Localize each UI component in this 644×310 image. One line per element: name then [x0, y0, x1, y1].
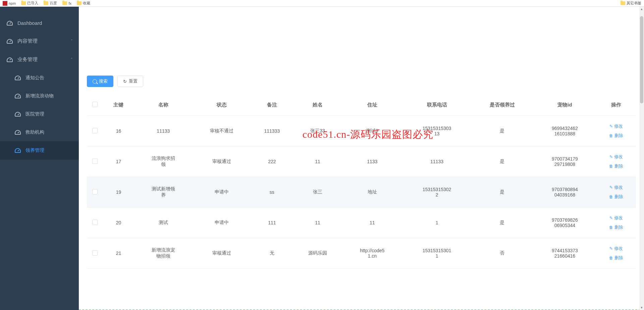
row-checkbox[interactable]	[92, 220, 98, 225]
cell-phone: 15315315301 1	[402, 238, 471, 269]
sidebar-item-1[interactable]: 内容管理˅	[0, 32, 79, 50]
cell-id: 20	[103, 208, 134, 238]
sidebar-item-7[interactable]: 领养管理	[0, 141, 79, 160]
cell-status: 审核通过	[193, 238, 251, 269]
cell-adopted: 是	[471, 146, 533, 177]
table-header: 宠物id	[533, 94, 597, 116]
sidebar-item-label: 医院管理	[25, 111, 44, 117]
folder-icon	[44, 1, 48, 5]
edit-button[interactable]: ✎修改	[609, 215, 623, 221]
sidebar-item-label: 业务管理	[17, 56, 38, 63]
cell-name: 测试新增领 养	[134, 177, 193, 208]
data-table: 主键名称状态备注姓名住址联系电话是否领养过宠物id操作 1611133审核不通过…	[87, 94, 636, 269]
reset-button[interactable]: ↻ 重置	[117, 76, 143, 87]
cell-name: 流浪狗求招 领	[134, 146, 193, 177]
table-header: 住址	[342, 94, 402, 116]
sidebar-item-2[interactable]: 业务管理˄	[0, 50, 79, 69]
cell-status: 审核不通过	[193, 116, 251, 146]
table-header: 主键	[103, 94, 134, 116]
cell-address: 11	[342, 208, 402, 238]
edit-button[interactable]: ✎修改	[609, 123, 623, 129]
row-checkbox[interactable]	[92, 189, 98, 194]
button-row: 搜索 ↻ 重置	[87, 76, 636, 87]
search-button[interactable]: 搜索	[87, 76, 113, 87]
edit-button[interactable]: ✎修改	[609, 246, 623, 252]
search-button-label: 搜索	[99, 78, 108, 84]
dashboard-icon	[15, 76, 21, 80]
npm-icon	[3, 1, 7, 6]
scroll-thumb[interactable]	[640, 16, 643, 103]
cell-remark: 222	[251, 146, 293, 177]
sidebar-item-3[interactable]: 通知公告	[0, 69, 79, 87]
cell-status: 申请中	[193, 208, 251, 238]
folder-icon	[21, 1, 26, 5]
cell-actions: ✎修改🗑删除	[597, 238, 636, 269]
cell-status: 申请中	[193, 177, 251, 208]
dashboard-icon	[7, 57, 13, 62]
reset-button-label: 重置	[129, 78, 138, 84]
cell-phone: 11133	[402, 146, 471, 177]
dashboard-icon	[7, 21, 13, 26]
sidebar-item-label: Dashboard	[17, 20, 42, 26]
bookmark-fx[interactable]: fx	[62, 1, 71, 5]
row-checkbox[interactable]	[92, 159, 98, 164]
cell-id: 17	[103, 146, 134, 177]
bookmark-right[interactable]: 其它书签	[621, 1, 641, 6]
cell-person: 11	[293, 146, 342, 177]
trash-icon: 🗑	[609, 256, 613, 260]
cell-adopted: 否	[471, 238, 533, 269]
table-header: 状态	[193, 94, 251, 116]
cell-petid: 9700734179 29719808	[533, 146, 597, 177]
sidebar-item-label: 领养管理	[25, 147, 44, 153]
trash-icon: 🗑	[609, 164, 613, 169]
bookmark-imported[interactable]: 已导入	[21, 1, 38, 6]
cell-name: 11133	[134, 116, 193, 146]
sidebar-item-4[interactable]: 新增流浪动物	[0, 87, 79, 105]
folder-icon	[621, 1, 625, 5]
chevron-down-icon: ˅	[71, 39, 73, 43]
sidebar-item-label: 通知公告	[25, 75, 44, 81]
trash-icon: 🗑	[609, 133, 613, 138]
row-checkbox[interactable]	[92, 250, 98, 256]
table-header: 是否领养过	[471, 94, 533, 116]
dashboard-icon	[15, 148, 21, 153]
sidebar-item-5[interactable]: 医院管理	[0, 105, 79, 123]
vertical-scrollbar[interactable]: ▲ ▼	[639, 7, 644, 310]
table-header: 操作	[597, 94, 636, 116]
bookmark-baidu[interactable]: 百度	[44, 1, 57, 6]
bookmark-bar: npm 已导入 百度 fx 收藏 其它书签	[0, 0, 644, 7]
cell-actions: ✎修改🗑删除	[597, 208, 636, 238]
cell-petid: 9703769826 06905344	[533, 208, 597, 238]
delete-button[interactable]: 🗑删除	[609, 255, 623, 261]
cell-id: 21	[103, 238, 134, 269]
sidebar: Dashboard内容管理˅业务管理˄通知公告新增流浪动物医院管理救助机构领养管…	[0, 7, 79, 310]
edit-icon: ✎	[609, 124, 613, 129]
sidebar-item-0[interactable]: Dashboard	[0, 14, 79, 32]
search-icon	[93, 79, 97, 84]
delete-button[interactable]: 🗑删除	[609, 194, 623, 200]
cell-name: 测试	[134, 208, 193, 238]
delete-button[interactable]: 🗑删除	[609, 224, 623, 230]
cell-address: http://code5 1.cn	[342, 238, 402, 269]
bookmark-favorites[interactable]: 收藏	[77, 1, 90, 6]
scroll-up-arrow[interactable]: ▲	[640, 7, 643, 11]
cell-remark: 无	[251, 238, 293, 269]
sidebar-item-6[interactable]: 救助机构	[0, 123, 79, 141]
delete-button[interactable]: 🗑删除	[609, 133, 623, 139]
bookmark-npm[interactable]: npm	[3, 1, 16, 6]
cell-actions: ✎修改🗑删除	[597, 116, 636, 146]
sidebar-item-label: 新增流浪动物	[25, 93, 54, 99]
trash-icon: 🗑	[609, 194, 613, 199]
dashboard-icon	[15, 112, 21, 117]
cell-person: 张三33	[293, 116, 342, 146]
delete-button[interactable]: 🗑删除	[609, 163, 623, 169]
cell-person: 张三	[293, 177, 342, 208]
cell-name: 新增流浪宠 物招领	[134, 238, 193, 269]
edit-button[interactable]: ✎修改	[609, 154, 623, 160]
cell-petid: 9703780894 04039168	[533, 177, 597, 208]
edit-button[interactable]: ✎修改	[609, 184, 623, 190]
cell-remark: 111333	[251, 116, 293, 146]
checkbox-select-all[interactable]	[92, 102, 98, 107]
scroll-down-arrow[interactable]: ▼	[640, 306, 643, 309]
row-checkbox[interactable]	[92, 128, 98, 133]
